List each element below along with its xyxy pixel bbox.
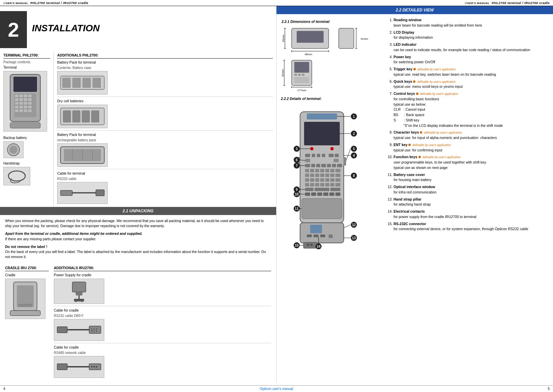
- svg-rect-49: [72, 282, 86, 292]
- cradle-iru-heading: CRADLE IRU 2700:: [5, 266, 49, 271]
- svg-rect-11: [15, 102, 19, 105]
- svg-text:5: 5: [353, 147, 355, 151]
- svg-rect-86: [302, 74, 304, 76]
- svg-rect-157: [310, 225, 322, 233]
- svg-rect-103: [305, 154, 310, 157]
- feature-body-6: typical use: menu scroll keys or yes/no …: [394, 84, 463, 88]
- svg-rect-111: [305, 164, 310, 167]
- footer-page-right: 5: [540, 387, 550, 391]
- svg-rect-19: [15, 109, 19, 112]
- feature-item-3: LED indicator can be used to indicate re…: [394, 42, 550, 53]
- svg-text:15: 15: [295, 244, 299, 247]
- svg-rect-10: [28, 98, 32, 101]
- svg-rect-29: [72, 78, 81, 88]
- svg-text:7: 7: [296, 164, 298, 168]
- svg-rect-109: [305, 159, 310, 162]
- feature-body-13: for attaching hand strap: [394, 202, 431, 206]
- feature-item-15: RS-232C connector for connecting externa…: [394, 221, 550, 232]
- additionals-iru-item2-sub: RS232 cable DB9 F: [54, 314, 271, 318]
- svg-point-25: [9, 146, 17, 154]
- trigger-definable: definable by user's application: [417, 68, 456, 71]
- control-definable: definable by user's application: [420, 92, 458, 96]
- svg-rect-158: [307, 235, 312, 237]
- feature-item-10: Function keys definable by user's applic…: [394, 154, 550, 170]
- svg-text:11: 11: [295, 207, 299, 211]
- svg-text:4: 4: [353, 154, 355, 157]
- svg-rect-137: [330, 178, 334, 182]
- svg-rect-124: [335, 169, 340, 172]
- power-supply-image: [54, 279, 104, 304]
- svg-text:1: 1: [353, 115, 355, 118]
- terminal-column: TERMINAL PHL2700: Package contents: Term…: [0, 51, 54, 207]
- svg-rect-57: [89, 326, 101, 333]
- dimensions-diagram: 55mm 66mm 41mm: [282, 25, 379, 93]
- svg-rect-138: [335, 178, 340, 182]
- svg-point-66: [96, 366, 97, 367]
- svg-line-53: [76, 301, 76, 302]
- feature-title-8: Character keys: [394, 130, 419, 134]
- footer-center-text: Opticon user's manual: [13, 387, 540, 391]
- svg-text:9: 9: [296, 188, 298, 191]
- feature-body-12: for infra red communication: [394, 190, 436, 194]
- terminal-additionals-columns: TERMINAL PHL2700: Package contents: Term…: [0, 50, 276, 207]
- svg-rect-97: [307, 113, 337, 119]
- terminal-col-heading: TERMINAL PHL2700:: [3, 53, 50, 59]
- svg-rect-145: [335, 183, 340, 186]
- detailed-view-section-bar: 2.2 DETAILED VIEW: [276, 6, 553, 14]
- svg-rect-15: [15, 106, 19, 108]
- svg-text:3: 3: [296, 147, 298, 151]
- svg-rect-33: [63, 110, 71, 122]
- additionals-phl-item1: Battery Pack for terminal: [57, 60, 273, 64]
- additionals-phl-heading: ADDITIONALS PHL2700:: [57, 53, 273, 59]
- svg-rect-125: [305, 174, 309, 177]
- feature-title-12: Optical interface window: [394, 185, 435, 189]
- svg-text:12: 12: [352, 223, 356, 227]
- page-footer: 4 Opticon user's manual 5: [0, 385, 553, 392]
- svg-rect-127: [315, 174, 319, 177]
- svg-rect-17: [24, 106, 27, 108]
- feature-item-13: Hand strap pillar for attaching hand str…: [394, 197, 550, 208]
- svg-text:31mm: 31mm: [282, 69, 284, 77]
- feature-item-6: Quick keys definable by user's applicati…: [394, 79, 550, 90]
- svg-rect-130: [330, 174, 334, 177]
- feature-body-2: for displaying information: [394, 35, 433, 39]
- feature-title-5: Trigger key: [394, 67, 412, 71]
- svg-rect-149: [305, 192, 310, 196]
- svg-rect-117: [337, 164, 342, 167]
- feature-item-9: ENT key definable by user's application …: [394, 142, 550, 153]
- svg-rect-8: [20, 98, 23, 101]
- svg-rect-22: [28, 109, 32, 112]
- additionals-phl-item3: Battery Pack for terminal: [57, 133, 273, 137]
- svg-rect-131: [335, 174, 340, 177]
- svg-text:13: 13: [352, 236, 356, 240]
- chapter-block: 2 INSTALLATION: [0, 6, 276, 50]
- svg-rect-12: [20, 102, 23, 105]
- additionals-iru-item2: Cable for cradle: [54, 308, 271, 312]
- svg-rect-110: [334, 159, 339, 162]
- svg-rect-105: [317, 154, 320, 157]
- svg-rect-113: [316, 164, 320, 167]
- rs232-cable-image: [54, 319, 104, 341]
- svg-rect-84: [294, 74, 297, 76]
- svg-rect-61: [57, 364, 67, 370]
- svg-rect-141: [315, 183, 319, 186]
- svg-rect-13: [24, 102, 27, 105]
- svg-rect-44: [96, 190, 104, 196]
- svg-rect-9: [24, 98, 27, 101]
- svg-rect-30: [82, 78, 91, 88]
- svg-rect-114: [321, 164, 326, 167]
- svg-rect-118: [305, 169, 309, 172]
- svg-point-100: [310, 147, 314, 150]
- svg-rect-135: [320, 178, 324, 182]
- feature-body-1: laser beam for barcode reading will be e…: [394, 23, 482, 27]
- cradle-iru-column: CRADLE IRU 2700: Cradle: [5, 266, 49, 379]
- feature-body-3: can be used to indicate results, for exa…: [394, 48, 530, 52]
- svg-rect-132: [305, 178, 309, 182]
- svg-rect-151: [317, 192, 322, 196]
- feature-title-14: Electrical contacts: [394, 209, 425, 213]
- trigger-bullet: [413, 68, 416, 70]
- unpacking-label-body: On the back of every unit you will find …: [5, 250, 266, 259]
- feature-title-4: Power key: [394, 55, 411, 59]
- svg-rect-1: [13, 77, 37, 92]
- svg-rect-31: [93, 78, 101, 88]
